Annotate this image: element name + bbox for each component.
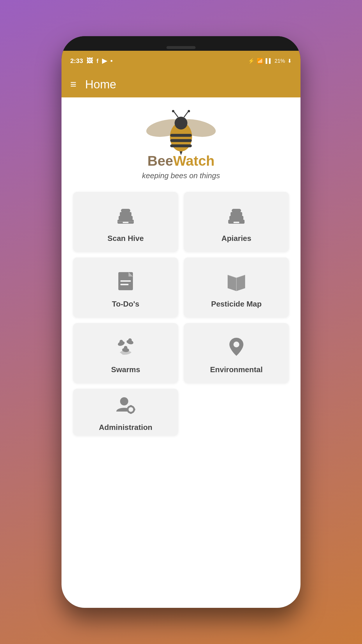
status-left: 2:33 🖼 f ▶ • xyxy=(70,57,113,65)
phone-top xyxy=(61,36,301,51)
facebook-icon: f xyxy=(96,58,99,64)
svg-rect-22 xyxy=(233,222,239,223)
wifi-icon: 📶 xyxy=(257,58,263,64)
svg-point-3 xyxy=(175,117,187,130)
svg-point-9 xyxy=(172,110,174,112)
hamburger-menu-icon[interactable]: ≡ xyxy=(70,78,76,90)
scan-hive-label: Scan Hive xyxy=(108,234,144,243)
todos-label: To-Do's xyxy=(112,300,139,309)
phone-frame: 2:33 🖼 f ▶ • ⚡ 📶 ▌▌ 21% ⬇ ≡ Home xyxy=(61,36,301,608)
svg-rect-15 xyxy=(121,209,130,212)
todos-card[interactable]: To-Do's xyxy=(73,258,178,317)
swarms-icon xyxy=(114,335,137,359)
pesticide-map-card[interactable]: Pesticide Map xyxy=(184,258,289,317)
svg-rect-14 xyxy=(120,212,131,216)
main-content: Bee Watch keeping bees on things xyxy=(61,97,301,608)
environmental-card[interactable]: Environmental xyxy=(184,323,289,383)
time-display: 2:33 xyxy=(70,57,83,65)
app-bar-title: Home xyxy=(85,78,116,91)
dot-indicator: • xyxy=(110,57,113,65)
status-icons: ⚡ 📶 ▌▌ 21% ⬇ xyxy=(248,58,292,64)
apiaries-card[interactable]: Apiaries xyxy=(184,192,289,252)
svg-point-33 xyxy=(124,346,127,349)
apiaries-icon xyxy=(225,204,248,228)
environmental-label: Environmental xyxy=(210,365,263,374)
scan-hive-icon xyxy=(114,204,137,228)
administration-icon xyxy=(115,396,137,417)
svg-point-34 xyxy=(233,342,239,347)
download-icon: ⬇ xyxy=(287,58,292,64)
photo-icon: 🖼 xyxy=(87,57,93,65)
pesticide-map-icon xyxy=(225,269,248,294)
status-bar: 2:33 🖼 f ▶ • ⚡ 📶 ▌▌ 21% ⬇ xyxy=(61,51,301,71)
svg-rect-13 xyxy=(119,216,133,220)
pesticide-map-label: Pesticide Map xyxy=(211,300,261,309)
bluetooth-icon: ⚡ xyxy=(248,58,254,64)
svg-rect-40 xyxy=(126,409,128,410)
svg-rect-41 xyxy=(133,409,135,410)
svg-rect-16 xyxy=(123,222,129,223)
administration-label: Administration xyxy=(99,423,152,432)
app-bar: ≡ Home xyxy=(61,71,301,97)
battery-display: 21% xyxy=(275,58,285,64)
svg-rect-4 xyxy=(170,134,192,137)
svg-point-31 xyxy=(128,338,132,342)
logo-area: Bee Watch keeping bees on things xyxy=(142,109,220,180)
svg-rect-39 xyxy=(130,412,132,414)
youtube-icon: ▶ xyxy=(102,57,107,65)
svg-line-8 xyxy=(184,111,188,117)
swarms-card[interactable]: Swarms xyxy=(73,323,178,383)
phone-speaker xyxy=(166,46,196,49)
bee-logo-image xyxy=(143,109,219,156)
svg-rect-6 xyxy=(170,144,192,147)
todos-icon xyxy=(114,269,137,294)
svg-rect-38 xyxy=(130,405,132,407)
svg-rect-26 xyxy=(120,284,129,285)
svg-marker-11 xyxy=(180,151,182,155)
svg-point-29 xyxy=(120,340,123,343)
svg-line-7 xyxy=(174,111,178,117)
swarms-label: Swarms xyxy=(111,365,140,374)
svg-point-37 xyxy=(129,407,133,412)
svg-point-35 xyxy=(120,397,128,405)
menu-grid: Scan Hive Apiaries xyxy=(73,192,289,435)
scan-hive-card[interactable]: Scan Hive xyxy=(73,192,178,252)
environmental-icon xyxy=(225,335,248,359)
apiaries-label: Apiaries xyxy=(222,234,252,243)
logo-tagline: keeping bees on things xyxy=(142,171,220,180)
signal-icon: ▌▌ xyxy=(266,58,272,64)
svg-rect-20 xyxy=(231,212,242,216)
svg-rect-25 xyxy=(120,280,131,282)
svg-point-10 xyxy=(188,110,190,112)
svg-rect-19 xyxy=(229,216,243,220)
administration-card[interactable]: Administration xyxy=(73,389,178,435)
svg-rect-21 xyxy=(232,209,241,212)
svg-rect-5 xyxy=(170,139,192,142)
